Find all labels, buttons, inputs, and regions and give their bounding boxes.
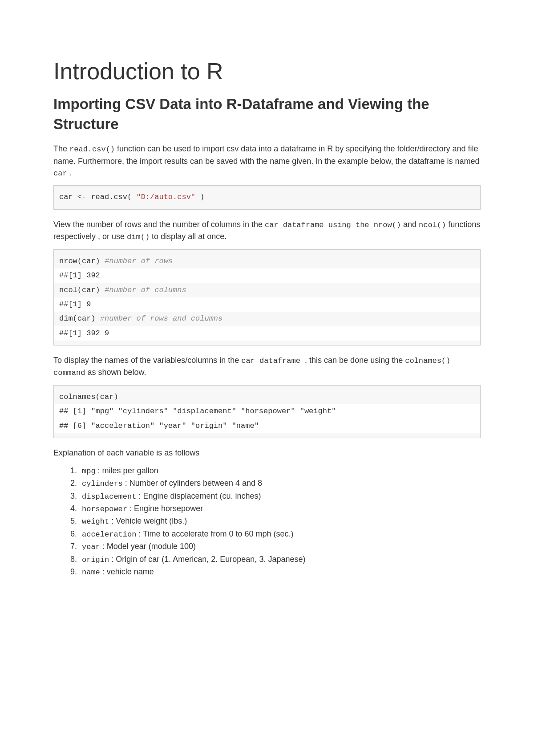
- inline-code: car dataframe using the nrow(): [265, 221, 401, 229]
- code-line: colnames(car): [59, 390, 475, 404]
- page-title: Introduction to R: [53, 58, 481, 85]
- paragraph-colnames: To display the names of the variables/co…: [53, 354, 481, 379]
- code-output: ##[1] 392: [54, 268, 480, 283]
- text: .: [67, 168, 72, 177]
- var-name: origin: [82, 556, 109, 564]
- var-name: horsepower: [82, 505, 127, 513]
- list-item: year : Model year (module 100): [79, 541, 481, 553]
- inline-code: car dataframe: [241, 357, 305, 365]
- text: To display the names of the variables/co…: [53, 356, 241, 365]
- list-item: origin : Origin of car (1. American, 2. …: [79, 553, 481, 566]
- code-line: dim(car) #number of rows and columns: [59, 312, 475, 326]
- var-desc: : Engine horsepower: [127, 504, 203, 513]
- var-desc: : miles per gallon: [96, 466, 158, 475]
- var-name: name: [82, 568, 100, 577]
- var-desc: : Time to accelerate from 0 to 60 mph (s…: [136, 529, 293, 538]
- var-desc: : Model year (module 100): [100, 542, 196, 551]
- code-text: ncol(car): [59, 286, 105, 294]
- var-desc: : Engine displacement (cu. inches): [136, 492, 261, 500]
- list-item: mpg : miles per gallon: [79, 465, 481, 477]
- code-comment: #number of rows and columns: [100, 314, 222, 323]
- text: and: [401, 220, 419, 229]
- var-desc: : Number of cylinders between 4 and 8: [123, 479, 262, 488]
- inline-code-dim: dim(): [127, 233, 150, 241]
- inline-code-car: car: [53, 169, 67, 178]
- inline-code-readcsv: read.csv(): [69, 145, 115, 154]
- explanation-label: Explanation of each variable is as follo…: [53, 447, 481, 459]
- code-line: ncol(car) #number of columns: [59, 283, 475, 297]
- text: to display all at once.: [150, 232, 227, 241]
- var-name: cylinders: [82, 480, 123, 488]
- code-text: car <- read.csv(: [59, 193, 136, 201]
- list-item: name : vehicle name: [79, 566, 481, 578]
- text: function can be used to import csv data …: [53, 144, 480, 166]
- code-text: dim(car): [59, 314, 100, 323]
- var-name: year: [82, 543, 100, 551]
- list-item: cylinders : Number of cylinders between …: [79, 477, 481, 490]
- section-heading: Importing CSV Data into R-Dataframe and …: [53, 94, 481, 134]
- var-desc: : Vehicle weight (lbs.): [109, 516, 187, 525]
- var-name: weight: [82, 517, 109, 526]
- var-name: displacement: [82, 492, 136, 501]
- var-desc: : vehicle name: [100, 567, 154, 576]
- code-block-colnames: colnames(car)## [1] "mpg" "cylinders" "d…: [53, 385, 481, 438]
- code-comment: #number of rows: [105, 257, 173, 265]
- text: , this can be done using the: [305, 356, 405, 365]
- var-desc: : Origin of car (1. American, 2. Europea…: [109, 555, 305, 564]
- text: The: [53, 144, 69, 153]
- list-item: weight : Vehicle weight (lbs.): [79, 515, 481, 528]
- code-output: ##[1] 392 9: [54, 326, 480, 341]
- variable-list: mpg : miles per gallon cylinders : Numbe…: [53, 465, 481, 578]
- inline-code-ncol: ncol(): [419, 221, 446, 229]
- var-name: mpg: [82, 467, 96, 476]
- text: as shown below.: [85, 368, 146, 377]
- paragraph-dims: View the number of rows and the number o…: [53, 219, 481, 243]
- var-name: acceleration: [82, 530, 136, 539]
- document-page: Introduction to R Importing CSV Data int…: [0, 0, 534, 614]
- text: View the number of rows and the number o…: [53, 220, 265, 229]
- code-text: nrow(car): [59, 257, 105, 265]
- code-text: ): [195, 193, 204, 201]
- code-output: ## [6] "acceleration" "year" "origin" "n…: [54, 419, 480, 433]
- code-line: nrow(car) #number of rows: [59, 254, 475, 268]
- code-output: ## [1] "mpg" "cylinders" "displacement" …: [54, 404, 480, 419]
- list-item: acceleration : Time to accelerate from 0…: [79, 528, 481, 541]
- code-output: ##[1] 9: [54, 297, 480, 312]
- list-item: horsepower : Engine horsepower: [79, 503, 481, 515]
- intro-paragraph: The read.csv() function can be used to i…: [53, 143, 481, 179]
- code-string: "D:/auto.csv": [136, 193, 195, 201]
- list-item: displacement : Engine displacement (cu. …: [79, 490, 481, 503]
- code-comment: #number of columns: [105, 286, 186, 294]
- code-block-dims: nrow(car) #number of rows##[1] 392ncol(c…: [53, 249, 481, 345]
- code-block-readcsv: car <- read.csv( "D:/auto.csv" ): [53, 185, 481, 209]
